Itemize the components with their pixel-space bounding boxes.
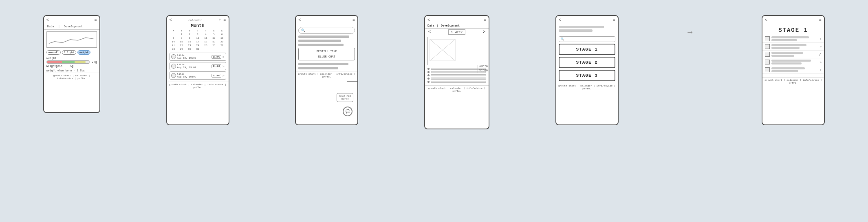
development-tab[interactable]: Development	[63, 24, 84, 29]
event-3[interactable]: title Aug 19, 19:00 11:00 >	[170, 71, 226, 80]
event-arrow-2[interactable]: >	[223, 64, 225, 68]
event-arrow-1[interactable]: >	[223, 55, 225, 59]
phone3-search-bar[interactable]: 🔍	[298, 27, 355, 34]
phone4-header: < ≡	[425, 16, 489, 23]
chevron-icon-2[interactable]: >	[820, 45, 822, 49]
event-1[interactable]: title Aug 19, 19:00 11:00 >	[170, 53, 226, 61]
stage2-button[interactable]: STAGE 2	[559, 57, 615, 68]
phone5-bottom-nav[interactable]: growth chart | calender | info/advice | …	[556, 83, 618, 91]
menu-icon-5[interactable]: ≡	[613, 18, 615, 22]
card-sub: ELLER CHAT	[300, 55, 353, 58]
data-tab[interactable]: Data	[46, 24, 55, 29]
prev-week-btn[interactable]: <	[428, 30, 431, 34]
item-line-4b	[771, 62, 802, 64]
stage1-item-3[interactable]: ✓	[762, 51, 824, 58]
calendar-grid: M T W T F S S 1 2 3 4 5 6	[167, 29, 229, 51]
cal-week-5: 28 29 30 31	[170, 47, 226, 51]
chevron-icon-5[interactable]: >	[820, 68, 822, 72]
phone5-top-lines	[556, 24, 618, 34]
weight-bar	[46, 60, 90, 64]
event-time-2: 11:00	[211, 64, 221, 68]
bullet-line-5	[431, 81, 486, 83]
item-line-1b	[771, 39, 797, 41]
chevron-icon-1[interactable]: >	[820, 37, 822, 41]
stage1-button[interactable]: STAGE 1	[559, 44, 615, 55]
menu-icon-3[interactable]: ≡	[352, 18, 355, 22]
cal-day-headers: M T W T F S S	[170, 29, 226, 33]
event-sub-1: Aug 19, 19:00	[177, 57, 196, 60]
day-f: F	[202, 29, 210, 33]
checkbox-4[interactable]	[765, 60, 770, 64]
back-arrow-icon-4[interactable]: <	[427, 18, 430, 22]
item-2-lines	[771, 44, 818, 49]
event-arrow-3[interactable]: >	[223, 74, 225, 78]
stage1-item-5[interactable]: >	[762, 66, 824, 74]
phone6-bottom-nav[interactable]: growth chart | calender | info/advice | …	[762, 77, 824, 85]
day-w: W	[185, 29, 194, 33]
wireframe-group-2: < calender + ≡ Month M T W T F S S	[166, 15, 229, 125]
item-line-2a	[771, 44, 806, 46]
event-title-3: title	[177, 73, 196, 75]
stage1-item-1[interactable]: >	[762, 35, 824, 43]
back-arrow-icon-2[interactable]: <	[170, 18, 172, 22]
checkbox-3[interactable]	[765, 52, 770, 57]
item-5-lines	[771, 67, 818, 72]
week-label: 1 week	[448, 29, 466, 35]
menu-icon-2[interactable]: ≡	[224, 18, 226, 22]
phone1-bottom-nav[interactable]: growth chart | calender | info/advice | …	[44, 73, 99, 81]
stage1-detail-title: STAGE 1	[762, 24, 824, 35]
chat-bubble-icon[interactable]: 💬	[343, 107, 352, 116]
phone5-search-bar[interactable]: 🔍	[559, 36, 615, 42]
back-arrow-icon[interactable]: <	[46, 18, 49, 22]
overall-filter-btn[interactable]: overall	[46, 50, 61, 55]
audio-video-label: AUDIOVIDEO	[478, 65, 488, 73]
phone3-content-lines-2	[298, 63, 355, 69]
bullet-row-3	[427, 74, 486, 76]
cal-week-1: 1 2 3 4 5 6	[170, 33, 226, 36]
cal-week-3: 14 15 16 17 18 19 20	[170, 40, 226, 44]
event-2[interactable]: title Aug 19, 19:00 11:00 >	[170, 62, 226, 70]
chat-popup[interactable]: CHAT MEDnurse	[337, 93, 353, 102]
cal-week-2: 7 8 9 10 11 12 13	[170, 36, 226, 40]
plus-icon[interactable]: +	[219, 18, 221, 22]
back-arrow-icon-3[interactable]: <	[298, 18, 301, 22]
checkbox-5[interactable]	[765, 67, 770, 72]
development-tab-4[interactable]: Development	[441, 24, 460, 27]
light-filter-btn[interactable]: 1 light	[62, 50, 76, 55]
content-line-4	[298, 63, 348, 65]
event-time-1: 11:00	[211, 55, 221, 59]
event-time-3: 11:00	[211, 74, 221, 78]
phone2-bottom-nav[interactable]: growth chart | calender | info/advice | …	[167, 82, 229, 90]
data-tab-4[interactable]: Data	[427, 24, 434, 27]
phone1-tabs: Data | Development	[44, 24, 99, 30]
bar-value: 2kg	[92, 60, 97, 64]
stage3-button[interactable]: STAGE 3	[559, 70, 615, 81]
chevron-icon-4[interactable]: >	[820, 60, 822, 64]
menu-icon-6[interactable]: ≡	[819, 18, 822, 22]
menu-icon-4[interactable]: ≡	[484, 18, 486, 22]
bullet-row-5	[427, 81, 486, 83]
card-title: BESTILL TIME	[300, 50, 353, 54]
checkbox-2[interactable]	[765, 44, 770, 49]
weight-filter-btn[interactable]: weight	[77, 50, 90, 55]
phone4-bottom-nav[interactable]: growth chart | calender | info/advice | …	[425, 85, 489, 93]
back-arrow-icon-6[interactable]: <	[765, 18, 767, 22]
search-icon-3: 🔍	[301, 29, 305, 32]
item-line-5b	[771, 70, 798, 72]
item-line-5a	[771, 67, 805, 69]
phone3-header: < ≡	[296, 16, 357, 24]
growth-chart-svg	[428, 37, 486, 65]
next-week-btn[interactable]: >	[483, 30, 485, 34]
menu-icon[interactable]: ≡	[95, 18, 97, 22]
phone6-header: < ≡	[762, 16, 824, 24]
item-3-lines	[771, 52, 817, 57]
stage1-item-2[interactable]: >	[762, 43, 824, 51]
phone5-header: < ≡	[556, 16, 618, 24]
checkbox-1[interactable]	[765, 36, 770, 41]
divider-4: |	[437, 24, 438, 27]
bar-fill-yellow	[75, 61, 85, 63]
bestill-time-card[interactable]: BESTILL TIME ELLER CHAT	[298, 48, 355, 60]
back-arrow-icon-5[interactable]: <	[559, 18, 561, 22]
stage1-item-4[interactable]: >	[762, 58, 824, 66]
phone3-bottom-nav[interactable]: growth chart | calender | info/advice | …	[296, 71, 357, 79]
